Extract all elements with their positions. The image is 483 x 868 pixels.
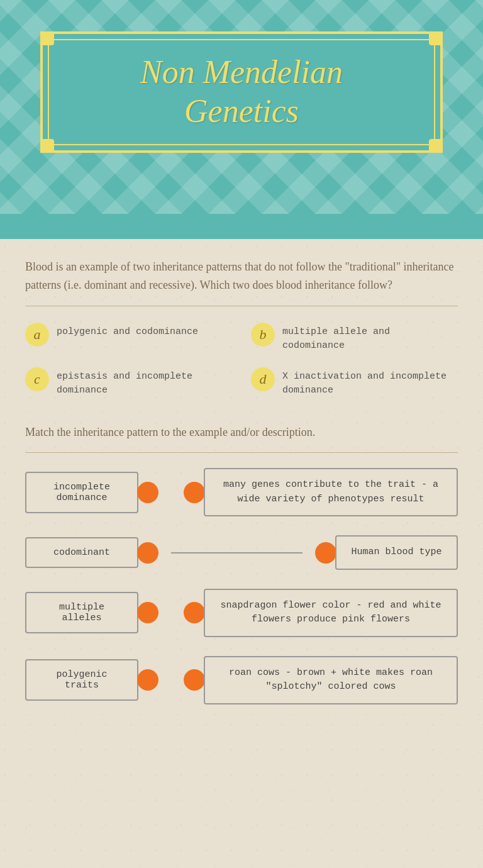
option-a-label: polygenic and codominance: [57, 321, 198, 340]
matching-container: incomplete dominance many genes contribu…: [25, 468, 458, 704]
match-line-2: [171, 552, 303, 554]
match-circle-right-3: [184, 602, 205, 623]
match-row-1: incomplete dominance many genes contribu…: [25, 468, 458, 516]
match-right-3: snapdragon flower color - red and white …: [184, 589, 458, 637]
option-a-badge: a: [25, 323, 49, 347]
match-circle-left-2: [137, 542, 158, 564]
main-content: Blood is an example of two inheritance p…: [0, 239, 483, 868]
tooth-10: [355, 214, 392, 238]
match-left-1: incomplete dominance: [25, 472, 158, 513]
option-d-badge: d: [251, 367, 275, 391]
tooth-4: [128, 214, 166, 238]
match-circle-right-4: [184, 669, 205, 691]
option-c-badge: c: [25, 367, 49, 391]
tooth-11: [392, 214, 430, 238]
option-b-badge: b: [251, 323, 275, 347]
match-row-2: codominant Human blood type: [25, 535, 458, 570]
match-left-3: multiple alleles: [25, 592, 158, 633]
question1-text: Blood is an example of two inheritance p…: [25, 258, 458, 294]
match-circle-left-1: [137, 482, 158, 503]
match-box-right-4[interactable]: roan cows - brown + white makes roan "sp…: [204, 656, 458, 704]
corner-bl: [40, 139, 54, 153]
match-circle-left-3: [137, 602, 158, 623]
match-circle-right-1: [184, 482, 205, 503]
header-teeth: [0, 214, 483, 239]
option-a[interactable]: a polygenic and codominance: [25, 321, 232, 353]
corner-tl: [40, 31, 54, 45]
match-circle-left-4: [137, 669, 158, 691]
tooth-12: [430, 214, 468, 238]
match-row-4: polygenic traits roan cows - brown + whi…: [25, 656, 458, 704]
match-left-4: polygenic traits: [25, 659, 158, 701]
tooth-3: [91, 214, 128, 238]
tooth-9: [317, 214, 355, 238]
match-box-right-2[interactable]: Human blood type: [335, 535, 458, 570]
match-right-1: many genes contribute to the trait - a w…: [184, 468, 458, 516]
options-grid: a polygenic and codominance b multiple a…: [25, 321, 458, 398]
question2-text: Match the inheritance pattern to the exa…: [25, 423, 458, 442]
match-right-4: roan cows - brown + white makes roan "sp…: [184, 656, 458, 704]
option-d-label: X inactivation and incomplete dominance: [282, 366, 458, 398]
option-c[interactable]: c epistasis and incomplete dominance: [25, 366, 232, 398]
match-circle-right-2: [315, 542, 336, 564]
option-b-label: multiple allele and codominance: [282, 321, 458, 353]
match-box-left-1[interactable]: incomplete dominance: [25, 472, 138, 513]
option-d[interactable]: d X inactivation and incomplete dominanc…: [251, 366, 458, 398]
match-right-2: Human blood type: [315, 535, 458, 570]
divider-2: [25, 452, 458, 453]
corner-tr: [429, 31, 443, 45]
tooth-1: [15, 214, 53, 238]
option-b[interactable]: b multiple allele and codominance: [251, 321, 458, 353]
match-box-right-3[interactable]: snapdragon flower color - red and white …: [204, 589, 458, 637]
match-box-left-4[interactable]: polygenic traits: [25, 659, 138, 701]
match-box-left-2[interactable]: codominant: [25, 537, 138, 568]
tooth-7: [242, 214, 279, 238]
tooth-2: [53, 214, 91, 238]
tooth-5: [166, 214, 204, 238]
match-row-3: multiple alleles snapdragon flower color…: [25, 589, 458, 637]
title-card: Non Mendelian Genetics: [40, 31, 443, 153]
match-box-right-1[interactable]: many genes contribute to the trait - a w…: [204, 468, 458, 516]
match-box-left-3[interactable]: multiple alleles: [25, 592, 138, 633]
tooth-6: [204, 214, 242, 238]
tooth-8: [279, 214, 317, 238]
divider-1: [25, 306, 458, 306]
option-c-label: epistasis and incomplete dominance: [57, 366, 232, 398]
corner-br: [429, 139, 443, 153]
main-title: Non Mendelian Genetics: [68, 53, 415, 131]
header-pattern: Non Mendelian Genetics: [0, 0, 483, 214]
match-left-2: codominant: [25, 537, 158, 568]
